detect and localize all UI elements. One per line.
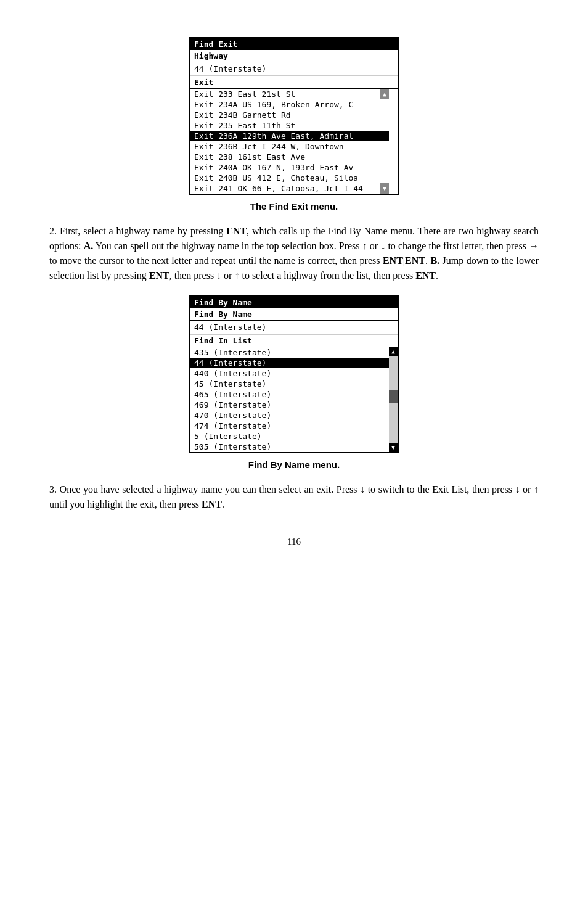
scrollbar-up-arrow[interactable]: ▲ (380, 89, 389, 99)
list-item[interactable]: Exit 240B US 412 E, Choteau, Siloa (190, 173, 389, 183)
find-exit-field[interactable]: 44 (Interstate) (190, 62, 398, 76)
list-item[interactable]: 505 (Interstate) (190, 442, 389, 452)
find-exit-list: Exit 233 East 21st St ▲ Exit 234A US 169… (190, 88, 398, 194)
para2-end: . (436, 270, 438, 281)
list-item[interactable]: 470 (Interstate) (190, 410, 389, 421)
list-item[interactable]: Exit 235 East 11th St (190, 120, 389, 131)
find-by-name-section-label: Find By Name (190, 308, 398, 321)
list-item[interactable]: Exit 238 161st East Ave (190, 152, 389, 162)
find-exit-title: Find Exit (190, 38, 398, 50)
find-in-list-label: Find In List (190, 334, 398, 347)
list-item[interactable]: 474 (Interstate) (190, 421, 389, 431)
page-content: Find Exit Highway 44 (Interstate) Exit E… (49, 37, 539, 547)
list-item[interactable]: 435 (Interstate) (190, 347, 389, 358)
para3-ent: ENT (202, 499, 222, 509)
find-by-name-menu-container: Find By Name Find By Name 44 (Interstate… (49, 295, 539, 453)
list-item[interactable]: 465 (Interstate) (190, 389, 389, 400)
find-exit-list-inner: Exit 233 East 21st St ▲ Exit 234A US 169… (190, 89, 389, 194)
find-by-name-field[interactable]: 44 (Interstate) (190, 321, 398, 334)
list-item[interactable]: Exit 241 OK 66 E, Catoosa, Jct I-44 ▼ (190, 183, 389, 194)
list-item-highlighted[interactable]: 44 (Interstate) (190, 358, 389, 368)
page-number: 116 (49, 537, 539, 547)
scrollbar-down-arrow[interactable]: ▼ (389, 443, 398, 452)
find-exit-highway-label: Highway (190, 50, 398, 62)
caption2: Find By Name menu. (49, 459, 539, 470)
list-item[interactable]: Exit 240A OK 167 N, 193rd East Av (190, 162, 389, 173)
find-by-name-menu-box: Find By Name Find By Name 44 (Interstate… (189, 295, 399, 453)
find-exit-menu-container: Find Exit Highway 44 (Interstate) Exit E… (49, 37, 539, 195)
list-item[interactable]: Exit 234B Garnett Rd (190, 110, 389, 120)
scrollbar-thumb (389, 390, 398, 403)
scrollbar-up-arrow[interactable]: ▲ (389, 347, 398, 356)
para2-A: A. (84, 241, 94, 251)
caption1: The Find Exit menu. (49, 201, 539, 212)
scrollbar-track: ▲ ▼ (389, 347, 398, 452)
para2-ent2: ENT (383, 255, 403, 266)
list-item[interactable]: 469 (Interstate) (190, 400, 389, 410)
list-item[interactable]: Exit 236B Jct I-244 W, Downtown (190, 141, 389, 152)
para2-textB2: , then press ↓ or ↑ to select a highway … (169, 270, 415, 281)
list-item[interactable]: 45 (Interstate) (190, 379, 389, 389)
para3-text: Once you have selected a highway name yo… (49, 484, 539, 509)
find-by-name-list-items: 435 (Interstate) 44 (Interstate) 440 (In… (190, 347, 389, 452)
para2-text1: First, select a highway name by pressing (60, 226, 226, 236)
scrollbar-down-arrow[interactable]: ▼ (380, 183, 389, 194)
list-item[interactable]: Exit 233 East 21st St ▲ (190, 89, 389, 99)
para2-ent5: ENT (415, 270, 436, 281)
list-item[interactable]: 5 (Interstate) (190, 431, 389, 442)
para2-number: 2. (49, 226, 57, 236)
paragraph3: 3. Once you have selected a highway name… (49, 482, 539, 512)
find-by-name-list: 435 (Interstate) 44 (Interstate) 440 (In… (190, 347, 398, 452)
para2-B: B. (430, 255, 439, 266)
list-item[interactable]: Exit 234A US 169, Broken Arrow, C (190, 99, 389, 110)
para2-ent1: ENT (226, 226, 247, 236)
find-by-name-title: Find By Name (190, 297, 398, 308)
find-by-name-list-inner-wrapper: 435 (Interstate) 44 (Interstate) 440 (In… (190, 347, 398, 452)
para3-end: . (222, 499, 224, 509)
para2-ent4: ENT (149, 270, 169, 281)
find-exit-menu-box: Find Exit Highway 44 (Interstate) Exit E… (189, 37, 399, 195)
para2-ent3: ENT (405, 255, 425, 266)
para3-number: 3. (49, 484, 57, 495)
list-item[interactable]: 440 (Interstate) (190, 368, 389, 379)
list-item-highlighted[interactable]: Exit 236A 129th Ave East, Admiral (190, 131, 389, 141)
find-exit-exit-label: Exit (190, 76, 398, 88)
paragraph2: 2. First, select a highway name by press… (49, 224, 539, 283)
